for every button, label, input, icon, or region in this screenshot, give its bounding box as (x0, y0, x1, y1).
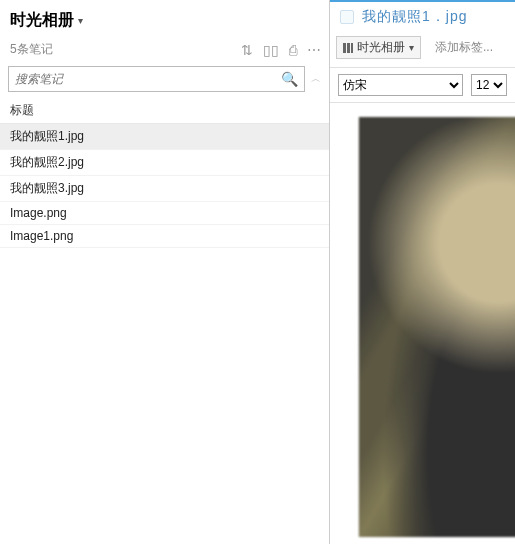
search-input[interactable] (15, 72, 281, 86)
note-count: 5条笔记 (10, 41, 53, 58)
list-item[interactable]: 我的靓照1.jpg (0, 124, 329, 150)
note-image (358, 117, 515, 537)
list-item[interactable]: 我的靓照3.jpg (0, 176, 329, 202)
notebook-icon (343, 43, 353, 53)
panel-header[interactable]: 时光相册 ▾ (0, 0, 329, 37)
more-icon[interactable]: ⋯ (307, 42, 321, 58)
note-toolbar: 时光相册 ▾ 添加标签... (330, 32, 515, 68)
note-list: 我的靓照1.jpg 我的靓照2.jpg 我的靓照3.jpg Image.png … (0, 124, 329, 544)
note-title-bar: 我的靓照1．jpg (330, 2, 515, 32)
format-toolbar: 仿宋 12 (330, 68, 515, 103)
list-item[interactable]: Image1.png (0, 225, 329, 248)
list-item[interactable]: Image.png (0, 202, 329, 225)
search-bar: 🔍 ︿ (0, 66, 329, 98)
font-size-select[interactable]: 12 (471, 74, 507, 96)
search-box[interactable]: 🔍 (8, 66, 305, 92)
expand-icon[interactable] (340, 10, 354, 24)
app-root: 时光相册 ▾ 5条笔记 ⇅ ▯▯ ⎙ ⋯ 🔍 ︿ 标题 我的靓照1.jpg 我的… (0, 0, 515, 544)
column-header[interactable]: 标题 (0, 98, 329, 124)
panel-title: 时光相册 (10, 10, 74, 31)
note-list-panel: 时光相册 ▾ 5条笔记 ⇅ ▯▯ ⎙ ⋯ 🔍 ︿ 标题 我的靓照1.jpg 我的… (0, 0, 330, 544)
chevron-down-icon: ▾ (409, 42, 414, 53)
list-view-icon[interactable]: ▯▯ (263, 42, 279, 58)
meta-row: 5条笔记 ⇅ ▯▯ ⎙ ⋯ (0, 37, 329, 66)
tag-icon[interactable]: ⎙ (289, 42, 297, 58)
notebook-button[interactable]: 时光相册 ▾ (336, 36, 421, 59)
toolbar-icons: ⇅ ▯▯ ⎙ ⋯ (241, 42, 321, 58)
search-icon[interactable]: 🔍 (281, 71, 298, 87)
font-family-select[interactable]: 仿宋 (338, 74, 463, 96)
add-tag[interactable]: 添加标签... (435, 39, 493, 56)
editor-panel: 我的靓照1．jpg 时光相册 ▾ 添加标签... 仿宋 12 (330, 0, 515, 544)
note-title[interactable]: 我的靓照1．jpg (362, 8, 467, 26)
chevron-down-icon: ▾ (78, 15, 83, 26)
sort-icon[interactable]: ⇅ (241, 42, 253, 58)
notebook-label: 时光相册 (357, 39, 405, 56)
collapse-icon[interactable]: ︿ (311, 72, 321, 86)
list-item[interactable]: 我的靓照2.jpg (0, 150, 329, 176)
note-body[interactable] (330, 103, 515, 544)
